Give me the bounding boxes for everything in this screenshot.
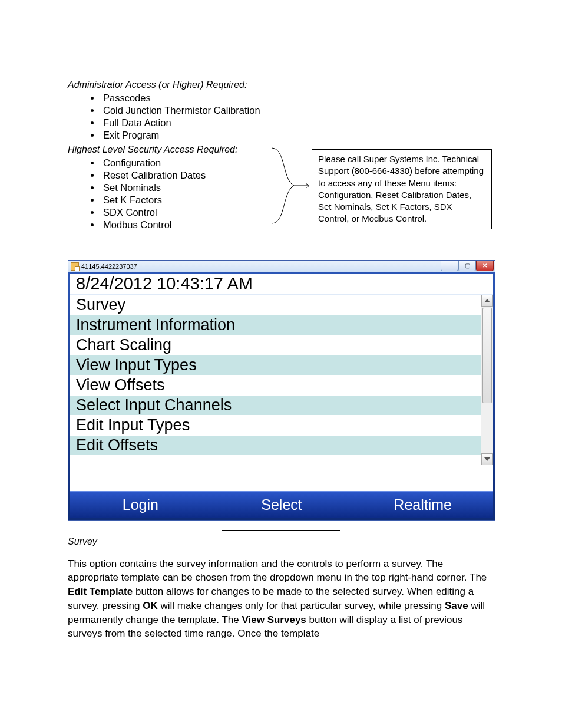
menu-item-chart-scaling[interactable]: Chart Scaling (70, 335, 481, 355)
list-item: Full Data Action (101, 117, 494, 129)
realtime-button[interactable]: Realtime (352, 491, 493, 518)
survey-body: This option contains the survey informat… (68, 557, 494, 641)
list-item: Configuration (101, 157, 268, 169)
bottom-button-bar: Login Select Realtime (70, 491, 493, 518)
text: will make changes only for that particul… (158, 600, 445, 611)
list-item: Cold Junction Thermistor Calibration (101, 105, 494, 116)
close-button[interactable]: ✕ (476, 261, 494, 271)
edit-template-label: Edit Template (68, 586, 133, 597)
list-item: Exit Program (101, 130, 494, 141)
text: This option contains the survey informat… (68, 558, 487, 584)
menu-item-view-input-types[interactable]: View Input Types (70, 355, 481, 375)
window-title: 41145.4422237037 (81, 263, 137, 270)
list-item: Set Nominals (101, 182, 268, 193)
survey-heading: Survey (68, 536, 494, 547)
scroll-down-button[interactable] (481, 453, 493, 465)
menu-list: Survey Instrument Information Chart Scal… (70, 295, 493, 465)
view-surveys-label: View Surveys (242, 614, 306, 625)
menu-item-edit-offsets[interactable]: Edit Offsets (70, 435, 481, 455)
datetime-display: 8/24/2012 10:43:17 AM (70, 274, 493, 295)
app-window: 41145.4422237037 — ▢ ✕ 8/24/2012 10:43:1… (68, 260, 495, 521)
form-icon (71, 262, 79, 271)
save-label: Save (445, 600, 468, 611)
menu-item-instrument-information[interactable]: Instrument Information (70, 315, 481, 335)
list-item: SDX Control (101, 207, 268, 218)
vertical-scrollbar[interactable] (481, 295, 493, 465)
list-item: Modbus Control (101, 219, 268, 230)
menu-item-partial[interactable] (70, 455, 481, 465)
select-button[interactable]: Select (211, 491, 352, 518)
highest-security-list: Configuration Reset Calibration Dates Se… (68, 157, 268, 230)
minimize-button[interactable]: — (441, 261, 458, 271)
list-item: Set K Factors (101, 195, 268, 206)
menu-list-container: Survey Instrument Information Chart Scal… (70, 295, 493, 465)
admin-access-list: Passcodes Cold Junction Thermistor Calib… (68, 93, 494, 141)
scroll-thumb[interactable] (482, 308, 492, 403)
menu-item-survey[interactable]: Survey (70, 295, 481, 315)
list-item: Passcodes (101, 93, 494, 104)
support-callout: Please call Super Systems Inc. Technical… (312, 149, 492, 229)
scroll-up-button[interactable] (481, 295, 493, 307)
login-button[interactable]: Login (70, 491, 211, 518)
menu-item-select-input-channels[interactable]: Select Input Channels (70, 395, 481, 415)
list-item: Reset Calibration Dates (101, 170, 268, 181)
titlebar[interactable]: 41145.4422237037 — ▢ ✕ (68, 261, 495, 272)
ok-label: OK (143, 600, 158, 611)
admin-access-heading: Administrator Access (or Higher) Require… (68, 80, 494, 90)
menu-item-view-offsets[interactable]: View Offsets (70, 375, 481, 395)
horizontal-rule (222, 530, 340, 531)
brace-icon (268, 144, 312, 227)
highest-security-heading: Highest Level Security Access Required: (68, 144, 268, 155)
menu-item-edit-input-types[interactable]: Edit Input Types (70, 415, 481, 435)
maximize-button[interactable]: ▢ (458, 261, 476, 271)
brace-connector (268, 144, 312, 230)
